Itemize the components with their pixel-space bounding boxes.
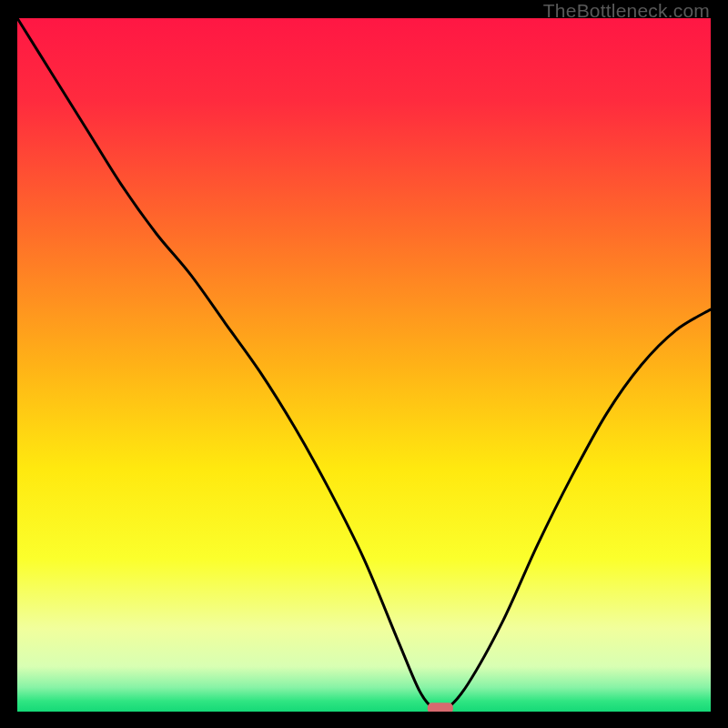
min-marker [428, 703, 453, 712]
plot-area [17, 18, 711, 712]
chart-svg [17, 18, 711, 712]
chart-frame: TheBottleneck.com [0, 0, 728, 728]
gradient-background [17, 18, 711, 712]
